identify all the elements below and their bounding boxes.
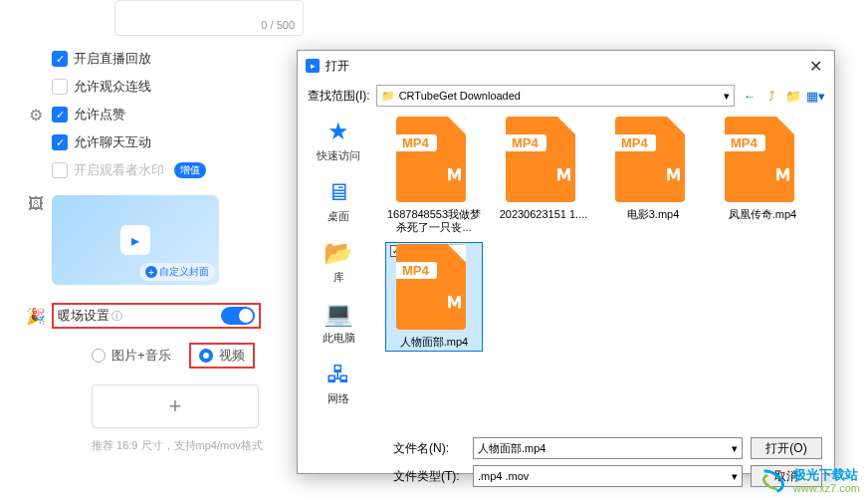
confetti-icon: 🎉 bbox=[26, 307, 46, 329]
checkbox-label: 开启观看者水印 bbox=[74, 161, 164, 179]
mp4-icon: MP4ᴹ bbox=[396, 244, 472, 334]
checkbox-chat[interactable]: ✓ 允许聊天互动 bbox=[52, 133, 206, 151]
watermark-logo-icon bbox=[754, 469, 789, 493]
filename-label: 文件名(N): bbox=[393, 440, 465, 457]
tv-icon: ▸ bbox=[120, 225, 150, 255]
checkbox-label: 允许观众连线 bbox=[74, 78, 151, 96]
radio-label: 视频 bbox=[219, 347, 245, 365]
place-label: 此电脑 bbox=[323, 331, 355, 346]
view-icon[interactable]: ▦▾ bbox=[806, 87, 824, 105]
file-name: 凤凰传奇.mp4 bbox=[729, 208, 796, 221]
radio-icon bbox=[199, 349, 213, 363]
file-name: 人物面部.mp4 bbox=[400, 336, 468, 349]
open-button[interactable]: 打开(O) bbox=[751, 437, 822, 459]
mp4-icon: MP4ᴹ bbox=[615, 117, 691, 206]
checkbox-replay[interactable]: ✓ 开启直播回放 bbox=[52, 50, 206, 68]
places-sidebar: ★ 快速访问 🖥 桌面 📂 库 💻 此电脑 🖧 网络 bbox=[298, 111, 379, 429]
file-name: 20230623151 1.... bbox=[500, 208, 588, 221]
radio-video[interactable]: 视频 bbox=[189, 343, 255, 369]
check-icon: ✓ bbox=[52, 134, 68, 150]
chevron-down-icon: ▾ bbox=[732, 470, 738, 483]
file-item[interactable]: MP4ᴹ 20230623151 1.... bbox=[495, 117, 592, 234]
check-icon: ✓ bbox=[52, 51, 68, 67]
description-textarea[interactable]: 0 / 500 bbox=[114, 0, 304, 36]
up-icon[interactable]: ⤴ bbox=[762, 87, 780, 105]
checkbox-like[interactable]: ✓ 允许点赞 bbox=[52, 106, 206, 124]
file-item[interactable]: MP4ᴹ 电影3.mp4 bbox=[604, 117, 702, 234]
place-quick-access[interactable]: ★ 快速访问 bbox=[317, 117, 360, 163]
place-desktop[interactable]: 🖥 桌面 bbox=[322, 177, 355, 224]
mp4-icon: MP4ᴹ bbox=[396, 117, 472, 206]
add-button[interactable]: + bbox=[92, 384, 259, 428]
file-name: 1687848553我做梦杀死了一只丧... bbox=[385, 208, 483, 234]
format-hint: 推荐 16:9 尺寸，支持mp4/mov格式 bbox=[92, 438, 279, 453]
file-item-selected[interactable]: ✓ MP4ᴹ 人物面部.mp4 bbox=[385, 242, 483, 351]
watermark-brand: 极光下载站 bbox=[793, 468, 860, 482]
warmup-label: 暖场设置 bbox=[58, 307, 109, 325]
char-counter: 0 / 500 bbox=[261, 19, 295, 31]
desktop-icon: 🖥 bbox=[322, 177, 355, 207]
chevron-down-icon: ▾ bbox=[732, 442, 738, 455]
back-icon[interactable]: ← bbox=[741, 87, 759, 105]
radio-image-music[interactable]: 图片+音乐 bbox=[92, 347, 171, 365]
close-icon[interactable]: ✕ bbox=[805, 57, 826, 76]
check-icon: ✓ bbox=[52, 107, 68, 123]
button-label: 自定义封面 bbox=[159, 265, 209, 279]
file-open-dialog: ▸ 打开 ✕ 查找范围(I): 📁CRTubeGet Downloaded ▾ … bbox=[297, 50, 835, 474]
image-icon: 🖼 bbox=[28, 195, 44, 285]
place-label: 网络 bbox=[327, 391, 349, 406]
place-this-pc[interactable]: 💻 此电脑 bbox=[322, 299, 355, 346]
checkbox-label: 允许聊天互动 bbox=[74, 133, 151, 151]
filename-input[interactable]: 人物面部.mp4 ▾ bbox=[473, 437, 743, 459]
radio-icon bbox=[92, 349, 106, 363]
check-icon bbox=[52, 162, 68, 178]
filename-value: 人物面部.mp4 bbox=[478, 441, 545, 456]
warmup-toggle[interactable] bbox=[221, 307, 255, 325]
dialog-title: 打开 bbox=[326, 58, 349, 75]
place-label: 库 bbox=[333, 270, 344, 285]
app-icon: ▸ bbox=[306, 59, 320, 73]
file-item[interactable]: MP4ᴹ 1687848553我做梦杀死了一只丧... bbox=[385, 117, 483, 234]
watermark: 极光下载站 www.xz7.com bbox=[754, 468, 860, 494]
file-name: 电影3.mp4 bbox=[627, 208, 680, 221]
place-network[interactable]: 🖧 网络 bbox=[322, 360, 355, 406]
network-icon: 🖧 bbox=[322, 360, 355, 389]
lookin-value: CRTubeGet Downloaded bbox=[399, 90, 521, 102]
custom-cover-button[interactable]: 自定义封面 bbox=[139, 263, 215, 281]
check-icon bbox=[52, 79, 68, 95]
filetype-label: 文件类型(T): bbox=[393, 468, 465, 485]
folder-icon: 📁 bbox=[381, 90, 395, 103]
mp4-icon: MP4ᴹ bbox=[725, 117, 800, 206]
mp4-icon: MP4ᴹ bbox=[506, 117, 581, 206]
lookin-label: 查找范围(I): bbox=[308, 88, 370, 105]
premium-badge: 增值 bbox=[174, 162, 206, 178]
place-library[interactable]: 📂 库 bbox=[322, 238, 355, 285]
lookin-select[interactable]: 📁CRTubeGet Downloaded ▾ bbox=[376, 85, 735, 107]
pc-icon: 💻 bbox=[322, 299, 355, 329]
file-item[interactable]: MP4ᴹ 凤凰传奇.mp4 bbox=[714, 117, 811, 234]
dialog-titlebar[interactable]: ▸ 打开 ✕ bbox=[298, 51, 834, 81]
checkbox-connect[interactable]: 允许观众连线 bbox=[52, 78, 206, 96]
file-list[interactable]: MP4ᴹ 1687848553我做梦杀死了一只丧... MP4ᴹ 2023062… bbox=[379, 111, 834, 429]
checkbox-label: 开启直播回放 bbox=[74, 50, 151, 68]
info-icon[interactable]: ⓘ bbox=[111, 309, 122, 324]
chevron-down-icon: ▾ bbox=[724, 90, 730, 103]
star-icon: ★ bbox=[322, 117, 355, 146]
filetype-select[interactable]: .mp4 .mov ▾ bbox=[473, 465, 743, 487]
filetype-value: .mp4 .mov bbox=[478, 470, 529, 482]
place-label: 快速访问 bbox=[317, 148, 360, 163]
radio-label: 图片+音乐 bbox=[111, 347, 171, 365]
watermark-url: www.xz7.com bbox=[793, 482, 860, 494]
checkbox-watermark: 开启观看者水印 增值 bbox=[52, 161, 206, 179]
cover-preview[interactable]: ▸ 自定义封面 bbox=[52, 195, 219, 285]
folder-icon: 📂 bbox=[322, 238, 355, 268]
gear-icon: ⚙ bbox=[29, 106, 43, 125]
checkbox-label: 允许点赞 bbox=[74, 106, 125, 124]
new-folder-icon[interactable]: 📁 bbox=[784, 87, 802, 105]
place-label: 桌面 bbox=[327, 209, 349, 224]
